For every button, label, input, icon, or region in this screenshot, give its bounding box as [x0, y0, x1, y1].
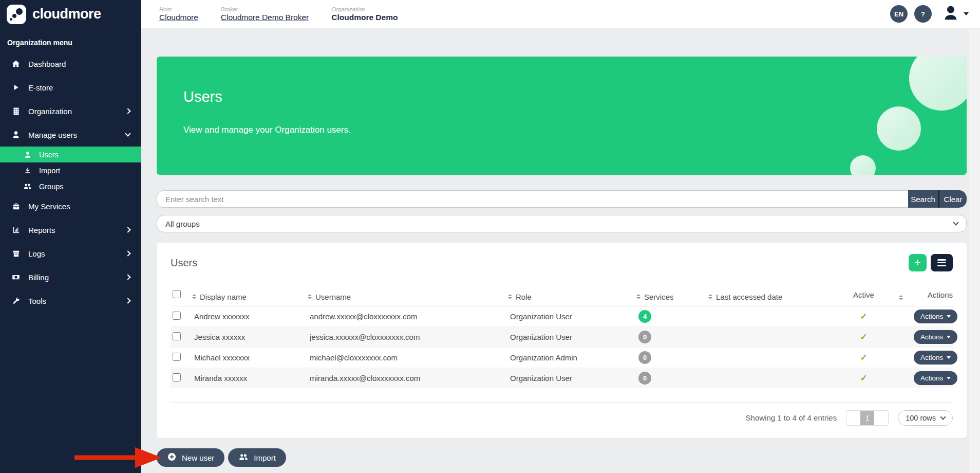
caret-down-icon: [947, 377, 951, 379]
language-button[interactable]: EN: [890, 5, 908, 23]
search-input[interactable]: [157, 190, 908, 208]
sidebar-item-tools[interactable]: Tools: [0, 289, 141, 313]
user-menu-button[interactable]: [943, 5, 969, 23]
column-header-services[interactable]: Services: [636, 284, 708, 306]
column-header-actions: Actions: [914, 284, 953, 306]
user-icon: [11, 130, 21, 139]
sidebar-item-dashboard[interactable]: Dashboard: [0, 52, 141, 76]
page-banner: Users View and manage your Organization …: [157, 57, 967, 175]
select-all-checkbox[interactable]: [173, 290, 181, 298]
play-icon: [11, 83, 21, 92]
new-user-button[interactable]: New user: [157, 448, 224, 467]
pagination: 1: [846, 410, 889, 426]
sidebar-item-reports[interactable]: Reports: [0, 218, 141, 242]
sidebar-item-my-services[interactable]: My Services: [0, 194, 141, 218]
page-title: Users: [183, 88, 967, 105]
add-user-button[interactable]: +: [909, 254, 927, 271]
breadcrumb-host-link[interactable]: Cloudmore: [159, 13, 198, 22]
divider: [171, 403, 953, 403]
sidebar-subitem-import[interactable]: Import: [0, 162, 141, 178]
pagination-page-1[interactable]: 1: [860, 411, 874, 425]
search-button[interactable]: Search: [908, 190, 938, 208]
services-count-badge: 0: [638, 331, 651, 343]
column-header-active[interactable]: Active: [839, 284, 888, 306]
sidebar-item-organization[interactable]: Organization: [0, 99, 141, 123]
user-icon: [23, 150, 32, 159]
main-content: Users View and manage your Organization …: [141, 29, 980, 473]
row-actions-button[interactable]: Actions: [914, 330, 957, 344]
username-cell: andrew.xxxxx@cloxxxxxxx.com: [308, 306, 508, 326]
row-checkbox[interactable]: [173, 373, 181, 381]
chevron-right-icon: [125, 250, 130, 256]
sidebar-item-logs[interactable]: Logs: [0, 242, 141, 265]
sidebar-item-estore[interactable]: E-store: [0, 76, 141, 99]
pagination-next[interactable]: [874, 411, 888, 425]
brand-logo[interactable]: cloudmore: [0, 0, 141, 28]
row-checkbox[interactable]: [173, 353, 181, 361]
table-row: Miranda xxxxxx miranda.xxxxx@cloxxxxxxx.…: [171, 368, 953, 388]
caret-down-icon: [947, 356, 951, 359]
pagination-prev[interactable]: [846, 411, 860, 425]
services-count-badge: 0: [638, 372, 651, 385]
row-checkbox[interactable]: [173, 312, 181, 320]
archive-icon: [11, 249, 21, 258]
column-header-last-accessed[interactable]: Last accessed date: [708, 284, 839, 306]
topbar: Host Cloudmore Broker Cloudmore Demo Bro…: [141, 0, 980, 28]
last-accessed-cell: [708, 347, 839, 368]
cloudmore-logo-icon: [7, 5, 26, 24]
role-cell: Organization User: [508, 306, 636, 326]
active-check-icon: ✓: [839, 326, 888, 347]
sort-icon: [192, 294, 196, 299]
sort-icon: [308, 294, 312, 299]
caret-down-icon: [947, 315, 951, 318]
caret-down-icon: [964, 12, 969, 15]
import-button[interactable]: Import: [228, 448, 286, 467]
chevron-down-icon: [940, 414, 946, 420]
sort-icon: [508, 294, 512, 299]
chevron-right-icon: [125, 227, 130, 232]
users-table: Display name Username Role Services Last…: [171, 284, 953, 388]
sidebar-subitem-groups[interactable]: Groups: [0, 178, 141, 194]
breadcrumb: Host Cloudmore Broker Cloudmore Demo Bro…: [159, 6, 398, 22]
briefcase-icon: [11, 202, 21, 211]
groups-filter-select[interactable]: All groups: [157, 215, 967, 232]
row-actions-button[interactable]: Actions: [914, 371, 957, 385]
breadcrumb-organization-label: Organization: [331, 6, 398, 12]
sidebar-item-billing[interactable]: Billing: [0, 265, 141, 289]
chevron-down-icon: [953, 220, 958, 225]
username-cell: michael@cloxxxxxxx.com: [308, 347, 508, 368]
download-icon: [23, 166, 32, 175]
sidebar-subitem-users[interactable]: Users: [0, 147, 141, 162]
table-row: Michael xxxxxxx michael@cloxxxxxxx.com O…: [171, 347, 953, 368]
plus-circle-icon: [167, 452, 177, 463]
row-actions-button[interactable]: Actions: [914, 310, 957, 323]
bar-chart-icon: [11, 225, 21, 234]
role-cell: Organization User: [508, 368, 636, 388]
display-name-cell: Andrew xxxxxxx: [192, 306, 308, 326]
last-accessed-cell: [708, 326, 839, 347]
column-header-role[interactable]: Role: [508, 284, 636, 306]
list-view-button[interactable]: [931, 254, 953, 271]
clear-button[interactable]: Clear: [938, 190, 967, 208]
rows-per-page-select[interactable]: 100 rows: [898, 410, 953, 426]
column-header-display-name[interactable]: Display name: [192, 284, 308, 306]
search-bar: Search Clear: [157, 190, 967, 208]
row-checkbox[interactable]: [173, 332, 181, 340]
home-icon: [11, 59, 21, 68]
scrollbar-track[interactable]: [969, 29, 980, 473]
users-group-icon: [238, 452, 249, 464]
column-header-username[interactable]: Username: [308, 284, 508, 306]
decorative-circle: [877, 106, 921, 151]
brand-name: cloudmore: [32, 6, 101, 22]
help-button[interactable]: ?: [914, 5, 932, 23]
users-panel: Users + Display name Username Role Servi…: [157, 243, 967, 438]
sidebar-item-manage-users[interactable]: Manage users: [0, 123, 141, 147]
column-header-active-sort[interactable]: [888, 284, 914, 306]
table-row: Andrew xxxxxxx andrew.xxxxx@cloxxxxxxx.c…: [171, 306, 953, 326]
avatar-icon: [943, 5, 959, 23]
table-row: Jessica xxxxxx jessica.xxxxxx@cloxxxxxxx…: [171, 326, 953, 347]
sort-icon: [899, 295, 903, 300]
username-cell: miranda.xxxxx@cloxxxxxxx.com: [308, 368, 508, 388]
breadcrumb-broker-link[interactable]: Cloudmore Demo Broker: [221, 13, 309, 22]
row-actions-button[interactable]: Actions: [914, 351, 957, 365]
